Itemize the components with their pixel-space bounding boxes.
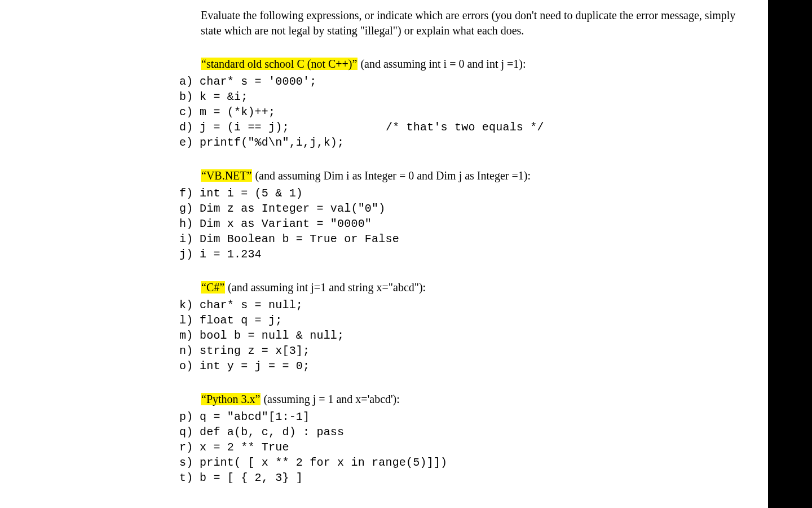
item-label: j) [179, 247, 200, 262]
item-label: p) [179, 409, 200, 424]
code-line: k)char* s = null; [179, 297, 743, 313]
section-vbnet: “VB.NET” (and assuming Dim i as Integer … [179, 168, 743, 262]
section-python: “Python 3.x” (assuming j = 1 and x='abcd… [179, 392, 743, 485]
instructions-post: what each does. [449, 24, 524, 37]
section-csharp-header-rest: (and assuming int j=1 and string x="abcd… [225, 281, 426, 294]
item-label: l) [179, 313, 200, 328]
section-vbnet-header: “VB.NET” (and assuming Dim i as Integer … [201, 168, 743, 183]
item-code: int i = (5 & 1) [200, 186, 386, 201]
item-label: i) [179, 231, 200, 247]
code-line: e)printf("%d\n",i,j,k); [179, 135, 743, 150]
item-code: x = 2 ** True [200, 440, 386, 455]
section-csharp: “C#” (and assuming int j=1 and string x=… [179, 280, 743, 374]
code-line: q)def a(b, c, d) : pass [179, 424, 743, 440]
code-line: n)string z = x[3]; [179, 343, 743, 358]
item-label: q) [179, 424, 200, 440]
code-line: s)print( [ x ** 2 for x in range(5)]]) [179, 455, 743, 470]
section-vbnet-title: “VB.NET” [201, 169, 252, 182]
item-code: bool b = null & null; [200, 328, 386, 343]
section-python-header: “Python 3.x” (assuming j = 1 and x='abcd… [201, 392, 743, 407]
item-label: k) [179, 297, 200, 313]
item-label: m) [179, 328, 200, 343]
item-code: k = &i; [200, 89, 386, 104]
code-line: b)k = &i; [179, 89, 743, 104]
section-c-code: a)char* s = '0000'; b)k = &i; c)m = (*k)… [179, 74, 743, 150]
document-page: Evaluate the following expressions, or i… [0, 0, 812, 508]
code-line: i)Dim Boolean b = True or False [179, 231, 743, 247]
item-label: f) [179, 186, 200, 201]
section-csharp-header: “C#” (and assuming int j=1 and string x=… [201, 280, 743, 295]
code-line: l)float q = j; [179, 313, 743, 328]
section-python-title: “Python 3.x” [201, 393, 261, 405]
section-c-header-rest: (and assuming int i = 0 and int j =1): [358, 58, 526, 70]
body-content: Evaluate the following expressions, or i… [179, 8, 743, 485]
item-label: d) [179, 120, 200, 135]
item-code: j = (i == j); [200, 120, 386, 135]
item-code: b = [ { 2, 3} ] [200, 470, 386, 485]
code-line: g)Dim z as Integer = val("0") [179, 201, 743, 216]
item-label: t) [179, 470, 200, 485]
section-c-title: “standard old school C (not C++)” [201, 58, 358, 70]
item-label: c) [179, 104, 200, 120]
item-code: printf("%d\n",i,j,k); [200, 135, 386, 150]
right-dark-band [768, 0, 812, 508]
item-code: float q = j; [200, 313, 386, 328]
item-code: i = 1.234 [200, 247, 386, 262]
code-line: f)int i = (5 & 1) [179, 186, 743, 201]
item-label: e) [179, 135, 200, 150]
item-label: n) [179, 343, 200, 358]
item-label: g) [179, 201, 200, 216]
item-code: Dim Boolean b = True or False [200, 231, 386, 247]
section-c-header: “standard old school C (not C++)” (and a… [201, 56, 743, 72]
instructions-explain: explain [416, 24, 449, 37]
item-label: s) [179, 455, 200, 470]
item-label: a) [179, 74, 200, 89]
code-line: d)j = (i == j);/* that's two equals */ [179, 120, 743, 135]
item-comment: /* that's two equals */ [386, 120, 544, 135]
code-line: a)char* s = '0000'; [179, 74, 743, 89]
section-vbnet-code: f)int i = (5 & 1) g)Dim z as Integer = v… [179, 186, 743, 262]
item-label: b) [179, 89, 200, 104]
section-python-header-rest: (assuming j = 1 and x='abcd'): [261, 393, 399, 405]
item-code: int y = j = = 0; [200, 358, 386, 374]
code-line: o)int y = j = = 0; [179, 358, 743, 374]
item-code: string z = x[3]; [200, 343, 386, 358]
code-line: m)bool b = null & null; [179, 328, 743, 343]
instructions-paragraph: Evaluate the following expressions, or i… [201, 8, 743, 38]
item-code: m = (*k)++; [200, 104, 386, 120]
item-code: char* s = '0000'; [200, 74, 386, 89]
item-label: o) [179, 358, 200, 374]
item-label: h) [179, 216, 200, 231]
code-line: t)b = [ { 2, 3} ] [179, 470, 743, 485]
section-c: “standard old school C (not C++)” (and a… [179, 56, 743, 150]
item-code: Dim z as Integer = val("0") [200, 201, 386, 216]
section-csharp-title: “C#” [201, 281, 225, 294]
code-line: p)q = "abcd"[1:-1] [179, 409, 743, 424]
section-vbnet-header-rest: (and assuming Dim i as Integer = 0 and D… [252, 169, 531, 182]
item-code: Dim x as Variant = "0000" [200, 216, 386, 231]
item-label: r) [179, 440, 200, 455]
item-code: def a(b, c, d) : pass [200, 424, 386, 440]
code-line: c)m = (*k)++; [179, 104, 743, 120]
code-line: h)Dim x as Variant = "0000" [179, 216, 743, 231]
code-line: r)x = 2 ** True [179, 440, 743, 455]
item-code: char* s = null; [200, 297, 386, 313]
code-line: j)i = 1.234 [179, 247, 743, 262]
item-code: q = "abcd"[1:-1] [200, 409, 386, 424]
section-python-code: p)q = "abcd"[1:-1] q)def a(b, c, d) : pa… [179, 409, 743, 485]
item-code: print( [ x ** 2 for x in range(5)]]) [200, 455, 386, 470]
section-csharp-code: k)char* s = null; l)float q = j; m)bool … [179, 297, 743, 374]
